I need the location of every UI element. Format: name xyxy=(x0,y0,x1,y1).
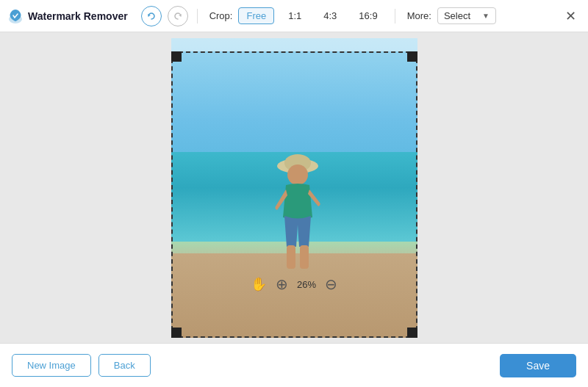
crop-label: Crop: xyxy=(209,10,233,21)
zoom-value: 26% xyxy=(297,279,316,290)
new-image-button[interactable]: New Image xyxy=(12,354,91,377)
crop-option-16-9[interactable]: 16:9 xyxy=(351,7,385,24)
more-label: More: xyxy=(407,10,431,21)
save-button[interactable]: Save xyxy=(500,354,576,377)
zoom-controls: ✋ ⊕ 26% ⊖ xyxy=(251,275,337,293)
close-button[interactable]: ✕ xyxy=(560,6,581,26)
app-title: Watermark Remover xyxy=(28,10,128,22)
undo-button[interactable] xyxy=(141,6,162,26)
crop-option-1-1[interactable]: 1:1 xyxy=(280,7,309,24)
hand-tool-icon[interactable]: ✋ xyxy=(251,276,267,292)
dropdown-chevron-icon: ▼ xyxy=(482,12,490,20)
dim-top-overlay xyxy=(171,38,417,51)
bottom-bar: New Image Back Save xyxy=(0,343,588,387)
svg-rect-5 xyxy=(300,245,309,269)
svg-rect-4 xyxy=(287,245,295,269)
person-figure xyxy=(261,137,334,283)
redo-button[interactable] xyxy=(168,6,188,26)
zoom-out-icon[interactable]: ⊖ xyxy=(325,275,337,293)
back-button[interactable]: Back xyxy=(98,354,151,377)
select-dropdown[interactable]: Select ▼ xyxy=(437,7,496,24)
crop-option-free[interactable]: Free xyxy=(238,7,274,24)
app-logo-area: Watermark Remover xyxy=(7,8,128,24)
crop-option-4-3[interactable]: 4:3 xyxy=(315,7,345,24)
app-logo-icon xyxy=(7,8,24,24)
undo-icon xyxy=(146,11,157,21)
separator-2 xyxy=(395,9,395,23)
zoom-in-icon[interactable]: ⊕ xyxy=(276,275,288,293)
separator-1 xyxy=(197,9,198,23)
redo-icon xyxy=(173,11,183,21)
svg-point-3 xyxy=(287,164,308,185)
toolbar: Watermark Remover Crop: Free 1:1 4:3 16:… xyxy=(0,0,588,32)
select-dropdown-label: Select xyxy=(444,10,470,21)
main-content: ✋ ⊕ 26% ⊖ xyxy=(0,32,588,343)
